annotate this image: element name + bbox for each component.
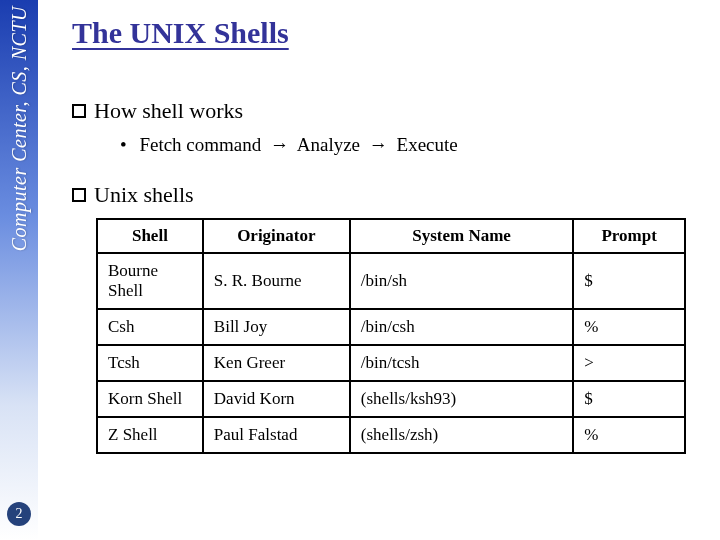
th-prompt: Prompt xyxy=(573,219,685,253)
slide-content: The UNIX Shells How shell works • Fetch … xyxy=(38,0,720,540)
table-row: Z Shell Paul Falstad (shells/zsh) % xyxy=(97,417,685,453)
cell-originator: S. R. Bourne xyxy=(203,253,350,309)
org-label: Computer Center, CS, NCTU xyxy=(8,6,31,251)
bullet-dot-icon: • xyxy=(120,134,127,155)
sidebar: Computer Center, CS, NCTU 2 xyxy=(0,0,38,540)
cell-prompt: > xyxy=(573,345,685,381)
cell-originator: Bill Joy xyxy=(203,309,350,345)
shells-table: Shell Originator System Name Prompt Bour… xyxy=(96,218,686,454)
subitem-fetch-analyze-execute: • Fetch command → Analyze → Execute xyxy=(120,134,686,156)
cell-system: /bin/sh xyxy=(350,253,573,309)
table-header-row: Shell Originator System Name Prompt xyxy=(97,219,685,253)
sub-a: Fetch command xyxy=(139,134,261,155)
cell-prompt: % xyxy=(573,309,685,345)
section-unix-shells: Unix shells xyxy=(72,182,686,208)
th-shell: Shell xyxy=(97,219,203,253)
sub-b: Analyze xyxy=(297,134,360,155)
arrow-right-icon: → xyxy=(270,134,289,155)
table-row: Bourne Shell S. R. Bourne /bin/sh $ xyxy=(97,253,685,309)
bullet-square-icon xyxy=(72,188,86,202)
cell-system: (shells/ksh93) xyxy=(350,381,573,417)
cell-prompt: $ xyxy=(573,381,685,417)
cell-prompt: $ xyxy=(573,253,685,309)
arrow-right-icon: → xyxy=(369,134,388,155)
table-row: Korn Shell David Korn (shells/ksh93) $ xyxy=(97,381,685,417)
bullet-square-icon xyxy=(72,104,86,118)
th-system: System Name xyxy=(350,219,573,253)
heading-text: How shell works xyxy=(94,98,243,124)
page-title: The UNIX Shells xyxy=(72,16,686,50)
heading-text: Unix shells xyxy=(94,182,194,208)
cell-originator: Ken Greer xyxy=(203,345,350,381)
cell-shell: Z Shell xyxy=(97,417,203,453)
cell-shell: Tcsh xyxy=(97,345,203,381)
cell-system: /bin/csh xyxy=(350,309,573,345)
cell-shell: Korn Shell xyxy=(97,381,203,417)
cell-shell: Bourne Shell xyxy=(97,253,203,309)
cell-system: /bin/tcsh xyxy=(350,345,573,381)
cell-originator: David Korn xyxy=(203,381,350,417)
cell-originator: Paul Falstad xyxy=(203,417,350,453)
section-how-shell-works: How shell works xyxy=(72,98,686,124)
cell-shell: Csh xyxy=(97,309,203,345)
th-originator: Originator xyxy=(203,219,350,253)
slide-number-badge: 2 xyxy=(7,502,31,526)
table-row: Tcsh Ken Greer /bin/tcsh > xyxy=(97,345,685,381)
table-row: Csh Bill Joy /bin/csh % xyxy=(97,309,685,345)
cell-prompt: % xyxy=(573,417,685,453)
sub-c: Execute xyxy=(397,134,458,155)
cell-system: (shells/zsh) xyxy=(350,417,573,453)
